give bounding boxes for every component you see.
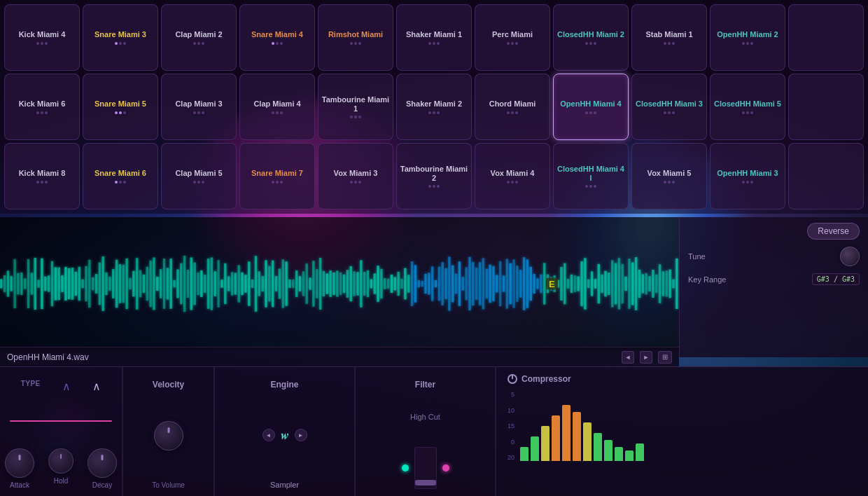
svg-rect-92 (309, 277, 311, 289)
svg-rect-34 (112, 269, 114, 298)
pad-dots-r1-c1 (36, 42, 48, 45)
pad-cell-r3-c4[interactable]: Snare Miami 7 (239, 143, 315, 209)
pad-cell-r3-c1[interactable]: Kick Miami 8 (4, 143, 80, 209)
svg-rect-86 (288, 280, 290, 288)
svg-rect-110 (370, 279, 372, 288)
pad-dot-r3-c3-d1 (193, 181, 196, 184)
svg-rect-25 (81, 280, 83, 289)
pad-dot-r2-c8-d2 (589, 111, 592, 114)
tune-knob[interactable] (840, 247, 860, 266)
svg-rect-140 (472, 262, 474, 305)
pad-cell-r2-c10[interactable]: ClosedHH Miami 5 (710, 74, 785, 140)
engine-next-button[interactable]: ► (295, 429, 307, 441)
reverse-button[interactable]: Reverse (807, 223, 860, 240)
pad-dot-r1-c7-d1 (507, 42, 510, 45)
svg-rect-5 (13, 259, 15, 308)
pad-dot-r3-c2-d3 (123, 181, 126, 184)
pad-cell-r2-c2[interactable]: Snare Miami 5 (83, 74, 158, 140)
pad-cell-r1-c6[interactable]: Shaker Miami 1 (396, 4, 472, 71)
pad-cell-r2-c9[interactable]: ClosedHH Miami 3 (631, 74, 707, 140)
svg-rect-20 (64, 267, 66, 301)
svg-rect-42 (139, 270, 141, 298)
svg-rect-159 (536, 278, 538, 289)
next-file-button[interactable]: ► (640, 351, 652, 364)
pad-cell-r3-c6[interactable]: Tambourine Miami 2 (396, 143, 472, 209)
shape-curve-2[interactable]: ∧ (92, 380, 101, 393)
pad-cell-r1-c8[interactable]: ClosedHH Miami 2 (553, 4, 629, 71)
pad-dot-r1-c1-d3 (45, 42, 48, 45)
e-marker: E (546, 278, 558, 290)
pad-cell-r1-c5[interactable]: Rimshot Miami (318, 4, 393, 71)
pad-cell-r2-c5[interactable]: Tambourine Miami 1 (318, 74, 393, 140)
pad-cell-r1-c10[interactable]: OpenHH Miami 2 (710, 4, 785, 71)
pad-cell-r2-c4[interactable]: Clap Miami 4 (239, 74, 315, 140)
pad-cell-r2-c3[interactable]: Clap Miami 3 (161, 74, 237, 140)
pad-cell-r2-c6[interactable]: Shaker Miami 2 (396, 74, 472, 140)
pad-cell-r1-c2[interactable]: Snare Miami 3 (83, 4, 158, 71)
svg-rect-139 (468, 257, 470, 310)
pad-cell-r3-c8[interactable]: ClosedHH Miami 4 I (553, 143, 629, 209)
folder-button[interactable]: ⊞ (658, 351, 672, 364)
pad-cell-r1-c3[interactable]: Clap Miami 2 (161, 4, 237, 71)
pad-cell-r2-c7[interactable]: Chord Miami (475, 74, 550, 140)
filter-thumb[interactable] (415, 480, 436, 485)
pad-cell-r1-c11[interactable] (788, 4, 864, 71)
attack-knob[interactable] (5, 448, 34, 478)
pad-dot-r3-c1-d3 (45, 181, 48, 184)
pad-dot-r1-c6-d1 (428, 42, 431, 45)
comp-bar-9 (615, 447, 623, 461)
pad-label-r2-c3: Clap Miami 3 (175, 99, 222, 109)
pad-dot-r3-c5-d3 (358, 181, 361, 184)
pad-cell-r3-c2[interactable]: Snare Miami 6 (83, 143, 158, 209)
pad-dots-r1-c6 (428, 42, 440, 45)
pad-label-r1-c1: Kick Miami 4 (19, 30, 66, 39)
pad-cell-r3-c10[interactable]: OpenHH Miami 3 (710, 143, 785, 209)
shape-curve-1[interactable]: ∧ (62, 380, 71, 393)
svg-rect-170 (574, 275, 576, 292)
pad-dots-r2-c1 (36, 111, 48, 114)
pad-cell-r3-c11[interactable] (788, 143, 864, 209)
svg-rect-70 (234, 273, 237, 294)
svg-rect-44 (146, 267, 148, 301)
hold-group: Hold (48, 448, 74, 489)
prev-file-button[interactable]: ◄ (622, 351, 634, 364)
pad-dot-r2-c6-d3 (437, 111, 440, 114)
velocity-knob[interactable] (154, 421, 183, 450)
svg-rect-68 (227, 276, 230, 291)
pad-cell-r3-c7[interactable]: Vox Miami 4 (475, 143, 550, 209)
engine-prev-button[interactable]: ◄ (262, 429, 275, 441)
svg-rect-186 (628, 259, 630, 309)
pad-cell-r2-c8[interactable]: OpenHH Miami 4 (553, 74, 629, 140)
key-range-display[interactable]: G#3 / G#3 (812, 273, 860, 285)
power-icon[interactable] (507, 374, 517, 384)
hold-knob[interactable] (48, 448, 74, 474)
pad-cell-r3-c3[interactable]: Clap Miami 5 (161, 143, 237, 209)
pad-label-r3-c10: OpenHH Miami 3 (717, 169, 778, 178)
pad-cell-r1-c9[interactable]: Stab Miami 1 (631, 4, 707, 71)
pad-cell-r1-c4[interactable]: Snare Miami 4 (239, 4, 315, 71)
file-name: OpenHH Miami 4.wav (7, 352, 616, 362)
svg-rect-43 (143, 275, 145, 293)
svg-rect-88 (295, 270, 298, 297)
svg-rect-172 (580, 261, 582, 306)
compressor-section: Compressor 5 10 15 0 20 (496, 367, 868, 496)
pad-dot-r1-c8-d1 (585, 42, 588, 45)
pad-cell-r3-c9[interactable]: Vox Miami 5 (631, 143, 707, 209)
pad-cell-r1-c1[interactable]: Kick Miami 4 (4, 4, 80, 71)
comp-bar-4 (562, 405, 570, 461)
right-panel: Reverse Tune Key Range G#3 / G#3 (679, 217, 868, 357)
pad-dot-r1-c3-d1 (193, 42, 196, 45)
svg-rect-156 (526, 259, 528, 308)
pad-cell-r1-c7[interactable]: Perc Miami (475, 4, 550, 71)
pad-cell-r3-c5[interactable]: Vox Miami 3 (318, 143, 393, 209)
svg-rect-190 (642, 274, 644, 293)
pad-cell-r2-c11[interactable] (788, 74, 864, 140)
filter-track[interactable] (414, 447, 437, 489)
pad-dot-r3-c8-d2 (589, 185, 592, 188)
pad-dot-r1-c2-d3 (123, 42, 126, 45)
pad-label-r2-c10: ClosedHH Miami 5 (714, 99, 781, 109)
decay-knob[interactable] (88, 448, 117, 478)
pad-cell-r2-c1[interactable]: Kick Miami 6 (4, 74, 80, 140)
pad-dot-r1-c9-d2 (668, 42, 671, 45)
engine-header: Engine (270, 374, 298, 390)
